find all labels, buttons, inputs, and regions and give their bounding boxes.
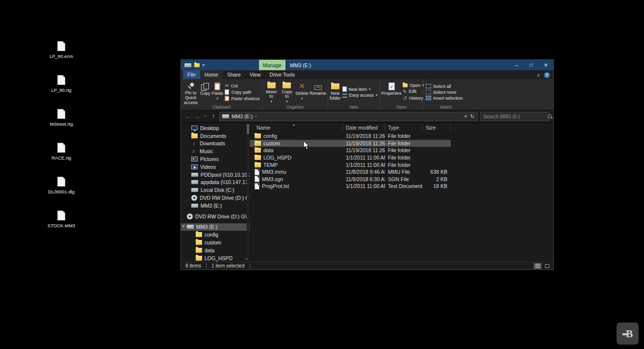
nav-item[interactable]: ∨ Desktop [181, 124, 250, 132]
nav-item[interactable]: ∨ Music [181, 147, 250, 155]
paste-button[interactable]: Paste ▾ [211, 81, 224, 104]
nav-item[interactable]: ∨ data [181, 246, 250, 254]
select-none-button[interactable]: Select none [426, 90, 463, 95]
desktop-icon[interactable]: MStreet.rtg [46, 109, 77, 127]
main-area: ∨ Desktop ∨ Documents ∨ Downloads [181, 123, 553, 262]
properties-button[interactable]: ✓ Properties [382, 81, 401, 104]
select-group-label: Select [423, 105, 468, 109]
up-button[interactable]: ↑ [210, 113, 217, 120]
nav-item[interactable]: ∨ config [181, 231, 250, 239]
rename-button[interactable]: Rename [309, 81, 326, 104]
nav-item[interactable]: ∨ Pictures [181, 155, 250, 163]
move-to-button[interactable]: Move to ▾ [264, 81, 279, 104]
open-button[interactable]: Open ▾ [403, 83, 424, 88]
copy-to-button[interactable]: Copy to ▾ [280, 81, 295, 104]
copy-button[interactable]: Copy [200, 81, 211, 104]
copy-path-button[interactable]: Copy path [225, 89, 259, 95]
breadcrumb-chevron-icon[interactable]: › [255, 114, 257, 119]
nav-item[interactable]: ∨ MM3 (E:) [181, 202, 250, 210]
nav-item[interactable]: ∨ Videos [181, 163, 250, 171]
nav-item[interactable]: ∨ appdata (\\10.147.17.10) ( [181, 179, 250, 187]
help-icon[interactable]: ? [544, 72, 550, 78]
file-row[interactable]: MM3.sgn 11/9/2018 6:30 AM SGN File 2 KB [250, 176, 451, 183]
file-row[interactable]: ProgProt.txt 1/1/2011 11:00 AM Text Docu… [250, 183, 451, 190]
recent-locations-icon[interactable]: ▾ [203, 114, 207, 118]
nav-scrollbar-thumb[interactable] [247, 124, 249, 134]
breadcrumb[interactable]: MM3 (E:) [232, 113, 253, 119]
file-type: File folder [385, 162, 423, 168]
delete-button[interactable]: ✕ Delete ▾ [295, 81, 309, 104]
folder-icon[interactable] [194, 63, 200, 67]
collapse-ribbon-icon[interactable]: ∧ [537, 73, 540, 78]
maximize-button[interactable]: □ [524, 60, 539, 70]
minimize-button[interactable]: – [509, 60, 524, 70]
nav-item[interactable]: ∨ Downloads [181, 140, 250, 148]
history-button[interactable]: ↺ History [403, 95, 424, 102]
select-all-button[interactable]: Select all [426, 84, 463, 89]
column-header-size[interactable]: Size [423, 123, 451, 132]
edit-button[interactable]: ✎ Edit [403, 89, 424, 94]
select-none-label: Select none [433, 90, 457, 95]
nav-item[interactable]: ∨ LOG_HSPD [181, 254, 250, 262]
select-all-icon [426, 84, 431, 88]
desktop-icon[interactable]: DL00001.dlg [46, 177, 77, 194]
desktop-icon[interactable]: STOCK.MM3 [46, 211, 77, 228]
easy-access-button[interactable]: Easy access ▾ [342, 93, 378, 98]
nav-item[interactable]: ∨ Local Disk (C:) [181, 186, 250, 194]
file-row[interactable]: MM3.mmu 11/8/2018 9:46 AM MMU File 638 K… [250, 168, 451, 176]
file-row[interactable]: data 11/19/2018 11:26 ... File folder [250, 147, 451, 154]
open-label: Open [410, 83, 420, 88]
address-dropdown-icon[interactable]: ▾ [464, 114, 467, 119]
column-header-name[interactable]: Name [250, 123, 343, 132]
thumbnail-view-button[interactable] [543, 263, 551, 269]
nav-item[interactable]: ∨ custom [181, 239, 250, 246]
back-button[interactable]: ← [184, 113, 191, 120]
manage-contextual-tab[interactable]: Manage [259, 60, 285, 70]
new-item-button[interactable]: New item ▾ [342, 86, 378, 92]
ribbon-tab[interactable]: File [183, 70, 200, 79]
file-row[interactable]: LOG_HSPD 1/1/2011 11:00 AM File folder [250, 154, 451, 161]
desktop-icon[interactable]: RACE.rtg [46, 143, 77, 161]
nav-item-icon [191, 157, 198, 161]
search-input[interactable] [483, 114, 548, 119]
copy-path-label: Copy path [231, 90, 251, 95]
app-icon [184, 63, 191, 67]
search-icon[interactable] [548, 114, 552, 119]
scroll-down-icon[interactable]: ▾ [246, 257, 248, 261]
address-box[interactable]: MM3 (E:) › ▾ ↻ [219, 112, 478, 121]
details-view-button[interactable] [534, 263, 541, 269]
new-folder-button[interactable]: New folder [330, 81, 341, 104]
ribbon-tab-label: Home [205, 72, 218, 78]
cut-button[interactable]: ✂ Cut [225, 83, 259, 88]
expand-chevron-icon[interactable]: ∨ [182, 224, 185, 228]
column-header-type[interactable]: Type [385, 123, 423, 132]
nav-item[interactable]: ∨ DVD RW Drive (D:) GV-R000 [181, 213, 250, 220]
file-row[interactable]: custom 11/19/2018 11:26 ... File folder [250, 140, 451, 147]
refresh-icon[interactable]: ↻ [470, 113, 475, 120]
paste-shortcut-button[interactable]: Paste shortcut [225, 96, 259, 101]
paste-icon [213, 82, 221, 91]
file-row[interactable]: TEMP 1/1/2011 11:00 AM File folder [250, 161, 451, 168]
desktop-icon[interactable]: LP_80.rtg [46, 75, 77, 93]
column-header-date[interactable]: Date modified [343, 123, 385, 132]
title-bar[interactable]: ▾ Manage MM3 (E:) – □ ✕ [181, 60, 553, 70]
invert-selection-button[interactable]: Invert selection [426, 96, 463, 101]
ribbon-tab[interactable]: Share [223, 70, 245, 79]
nav-item[interactable]: ∨ MM3 (E:) [181, 223, 250, 231]
file-row[interactable]: config 11/19/2018 11:26 ... File folder [250, 133, 451, 140]
nav-scrollbar[interactable]: ▾ [247, 124, 249, 260]
nav-item[interactable]: ∨ PDDpool (\\10.10.10.2) (A: [181, 171, 250, 179]
ribbon-tab[interactable]: Home [200, 70, 223, 79]
ribbon-tab-label: Drive Tools [270, 72, 295, 78]
ribbon-tab[interactable]: View [245, 70, 265, 79]
nav-item[interactable]: ∨ DVD RW Drive (D:) GV-R00 [181, 194, 250, 202]
qat-customize-icon[interactable]: ▾ [203, 63, 205, 67]
forward-button[interactable]: → [194, 113, 201, 120]
ribbon-tab[interactable]: Drive Tools [265, 70, 300, 79]
copy-to-label: Copy to [280, 90, 295, 100]
desktop-icon[interactable]: LP_80.ecm [46, 41, 77, 59]
nav-item[interactable]: ∨ Documents [181, 132, 250, 140]
pin-to-quick-access-button[interactable]: Pin to Quick access [182, 81, 199, 104]
close-button[interactable]: ✕ [539, 60, 553, 70]
nav-item-label: Pictures [200, 156, 219, 162]
